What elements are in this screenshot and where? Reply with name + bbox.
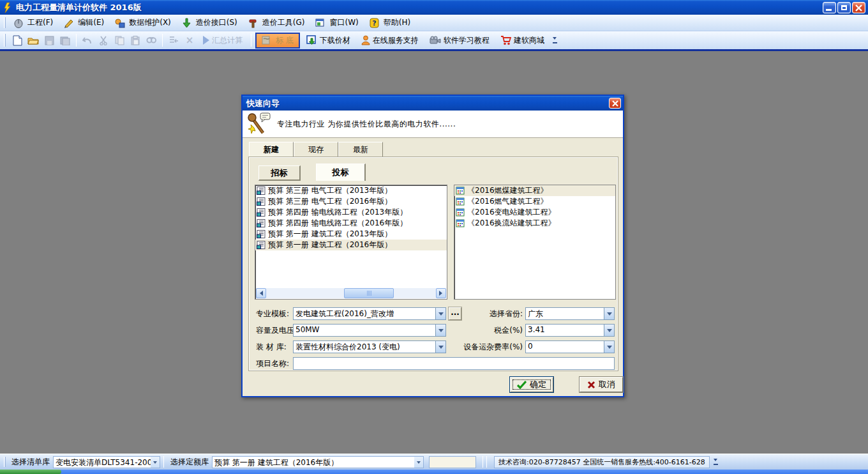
scroll-left-button[interactable] <box>256 288 266 298</box>
download-materials-button[interactable]: 下载价材 <box>302 33 355 48</box>
new-button[interactable] <box>10 33 24 47</box>
statusbar-grip[interactable] <box>4 457 6 468</box>
hotline-text: 技术咨询:020-87728457 全国统一销售服务热线:400-6161-62… <box>498 457 705 467</box>
chevron-down-icon[interactable] <box>604 308 614 319</box>
list-item-selected[interactable]: 《2016燃煤建筑工程》 <box>454 185 615 196</box>
budget-template-list: 预算 第三册 电气工程（2013年版） 预算 第三册 电气工程（2016年版） … <box>255 185 447 300</box>
form-row: 装 材 库: <box>256 340 287 353</box>
menu-item-cost-interface[interactable]: 造价接口(S) <box>178 16 243 29</box>
statusbar-overflow-button[interactable] <box>712 455 720 469</box>
list-item-label: 预算 第三册 电气工程（2016年版） <box>268 196 392 207</box>
menu-label: 工程(F) <box>27 17 53 28</box>
scroll-right-button[interactable] <box>436 288 446 298</box>
menu-label: 造价接口(S) <box>196 17 237 28</box>
scrollbar-track[interactable] <box>266 288 436 298</box>
bid-base-icon <box>262 36 272 45</box>
scrollbar-thumb[interactable] <box>344 288 394 298</box>
chevron-down-icon[interactable] <box>414 457 423 468</box>
menu-item-cost-tools[interactable]: 造价工具(G) <box>244 16 311 29</box>
dialog-close-button[interactable] <box>609 98 621 109</box>
close-button[interactable] <box>852 2 865 13</box>
tax-value: 3.41 <box>526 325 604 336</box>
list-item-label: 《2016燃煤建筑工程》 <box>467 185 548 196</box>
menu-label: 窗口(W) <box>329 17 358 28</box>
list-item[interactable]: 《2016变电站建筑工程》 <box>454 207 615 218</box>
list-item[interactable]: 预算 第三册 电气工程（2016年版） <box>255 196 447 207</box>
freight-combo[interactable]: 0 <box>525 340 615 353</box>
template-more-button[interactable]: ... <box>449 307 461 320</box>
tab-latest[interactable]: 最新 <box>338 142 383 157</box>
capacity-combo[interactable]: 50MW <box>293 324 446 337</box>
chevron-down-icon[interactable] <box>435 308 445 319</box>
material-lib-value: 装置性材料综合价2013 (变电) <box>294 341 435 353</box>
tax-combo[interactable]: 3.41 <box>525 324 615 337</box>
list-lib-label: 选择清单库 <box>11 457 50 468</box>
workbook-icon <box>456 187 465 195</box>
report-icon <box>257 219 266 227</box>
list-item[interactable]: 预算 第三册 电气工程（2013年版） <box>255 185 447 196</box>
chevron-down-icon[interactable] <box>604 325 614 336</box>
subtab-tender[interactable]: 招标 <box>258 165 301 181</box>
chevron-down-icon[interactable] <box>435 325 445 336</box>
tutorial-label: 软件学习教程 <box>444 35 490 46</box>
tutorial-button[interactable]: 软件学习教程 <box>425 33 494 48</box>
menu-item-window[interactable]: 窗口(W) <box>311 16 364 29</box>
magic-wand-icon <box>246 112 272 135</box>
status-bar: 选择清单库 变电安装清单DLT5341-2006 选择定额库 预算 第一册 建筑… <box>0 454 868 470</box>
list-item-label: 预算 第四册 输电线路工程（2016年版） <box>268 218 407 229</box>
quota-lib-label: 选择定额库 <box>170 457 209 468</box>
template-combo[interactable]: 发电建筑工程(2016)_营改增 <box>293 307 446 320</box>
tab-existing[interactable]: 现存 <box>294 142 338 157</box>
window-icon <box>315 18 326 28</box>
insert-row-button <box>167 33 181 47</box>
chevron-down-icon[interactable] <box>435 341 445 353</box>
taskbar-start-fragment[interactable] <box>0 470 61 474</box>
chevron-down-icon[interactable] <box>604 341 614 353</box>
menu-item-edit[interactable]: 编辑(E) <box>60 16 110 29</box>
tab-new[interactable]: 新建 <box>249 142 294 157</box>
template-value: 发电建筑工程(2016)_营改增 <box>294 308 435 319</box>
restore-button[interactable] <box>837 2 851 13</box>
copy-button <box>112 33 126 47</box>
ok-button[interactable]: 确定 <box>510 377 553 392</box>
play-icon <box>203 36 209 45</box>
subtab-label: 招标 <box>271 167 288 179</box>
toolbar-grip[interactable] <box>4 17 6 29</box>
menu-item-data-maintenance[interactable]: 数据维护(X) <box>111 16 177 29</box>
dialog-title: 快速向导 <box>246 98 280 109</box>
tab-label: 现存 <box>308 144 324 155</box>
data-maintenance-icon <box>114 18 126 28</box>
dialog-titlebar[interactable]: 快速向导 <box>243 96 623 111</box>
workbook-icon <box>456 197 465 206</box>
list-item[interactable]: 《2016换流站建筑工程》 <box>454 218 615 229</box>
toolbar-overflow-button[interactable] <box>551 33 559 47</box>
list-item[interactable]: 预算 第四册 输电线路工程（2016年版） <box>255 218 447 229</box>
quota-lib-combo[interactable]: 预算 第一册 建筑工程（2016年版） <box>212 456 424 468</box>
cancel-button[interactable]: 取消 <box>580 377 623 392</box>
minimize-button[interactable] <box>823 2 836 13</box>
list-item-label: 《2016燃气建筑工程》 <box>467 196 548 207</box>
list-lib-combo[interactable]: 变电安装清单DLT5341-2006 <box>53 456 160 468</box>
list-item[interactable]: 《2016燃气建筑工程》 <box>454 196 615 207</box>
quota-lib-value: 预算 第一册 建筑工程（2016年版） <box>213 457 414 468</box>
online-support-label: 在线服务支持 <box>373 35 419 46</box>
subtab-bid[interactable]: 投标 <box>316 164 366 181</box>
menu-label: 数据维护(X) <box>129 17 171 28</box>
open-button[interactable] <box>26 33 40 47</box>
material-lib-combo[interactable]: 装置性材料综合价2013 (变电) <box>293 340 446 353</box>
province-combo[interactable]: 广东 <box>525 307 615 320</box>
list-item[interactable]: 预算 第一册 建筑工程（2013年版） <box>255 229 447 240</box>
menu-item-project[interactable]: 工程(F) <box>10 16 59 29</box>
list-item[interactable]: 预算 第四册 输电线路工程（2013年版） <box>255 207 447 218</box>
toolbar: × 汇总计算 标 底 下载价材 在线服务支持 软件学习教程 建软商城 <box>0 31 868 51</box>
project-name-input[interactable] <box>293 357 615 370</box>
list-item-label: 《2016变电站建筑工程》 <box>467 207 556 218</box>
list-item-selected[interactable]: 预算 第一册 建筑工程（2016年版） <box>255 240 447 250</box>
mall-button[interactable]: 建软商城 <box>496 33 549 48</box>
toolbar-grip[interactable] <box>4 34 6 47</box>
status-empty-field[interactable] <box>429 456 476 468</box>
list-lib-value: 变电安装清单DLT5341-2006 <box>54 457 151 468</box>
menu-item-help[interactable]: ? 帮助(H) <box>366 16 416 29</box>
online-support-button[interactable]: 在线服务支持 <box>357 33 423 48</box>
chevron-down-icon[interactable] <box>151 457 160 468</box>
